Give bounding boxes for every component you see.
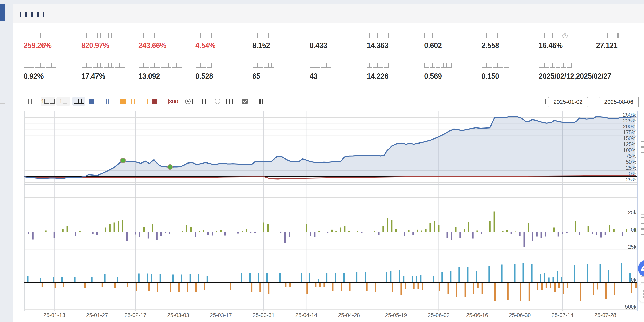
svg-text:0%: 0% — [629, 171, 636, 177]
svg-text:25-02-17: 25-02-17 — [124, 312, 146, 318]
svg-text:25-01-13: 25-01-13 — [44, 312, 65, 318]
svg-text:25-07-28: 25-07-28 — [594, 312, 616, 318]
svg-text:25-06-16: 25-06-16 — [466, 312, 488, 318]
svg-text:−25%: −25% — [623, 177, 636, 182]
svg-text:25-04-14: 25-04-14 — [295, 312, 317, 318]
svg-text:150%: 150% — [623, 135, 636, 141]
svg-text:25%: 25% — [626, 165, 636, 171]
svg-text:125%: 125% — [623, 141, 636, 147]
svg-text:25-01-27: 25-01-27 — [86, 312, 108, 318]
svg-text:175%: 175% — [623, 129, 636, 135]
svg-text:100%: 100% — [623, 147, 636, 153]
svg-text:−25k: −25k — [625, 244, 636, 250]
svg-text:25-03-31: 25-03-31 — [253, 312, 274, 318]
svg-text:25-06-02: 25-06-02 — [428, 312, 450, 318]
svg-text:25-03-03: 25-03-03 — [167, 312, 189, 318]
svg-text:75%: 75% — [626, 153, 636, 159]
svg-text:50%: 50% — [626, 159, 636, 165]
svg-text:250%: 250% — [623, 112, 636, 118]
svg-text:25k: 25k — [628, 209, 637, 215]
svg-text:25-05-19: 25-05-19 — [385, 312, 407, 318]
svg-text:0k: 0k — [631, 277, 637, 282]
svg-text:25-06-30: 25-06-30 — [509, 312, 531, 318]
svg-text:25-04-28: 25-04-28 — [338, 312, 360, 318]
svg-text:25-07-14: 25-07-14 — [552, 312, 574, 318]
svg-text:200%: 200% — [623, 124, 636, 129]
svg-text:225%: 225% — [623, 118, 636, 124]
svg-text:−500k: −500k — [622, 304, 636, 309]
svg-text:0k: 0k — [631, 227, 637, 233]
svg-text:25-03-17: 25-03-17 — [210, 312, 232, 318]
